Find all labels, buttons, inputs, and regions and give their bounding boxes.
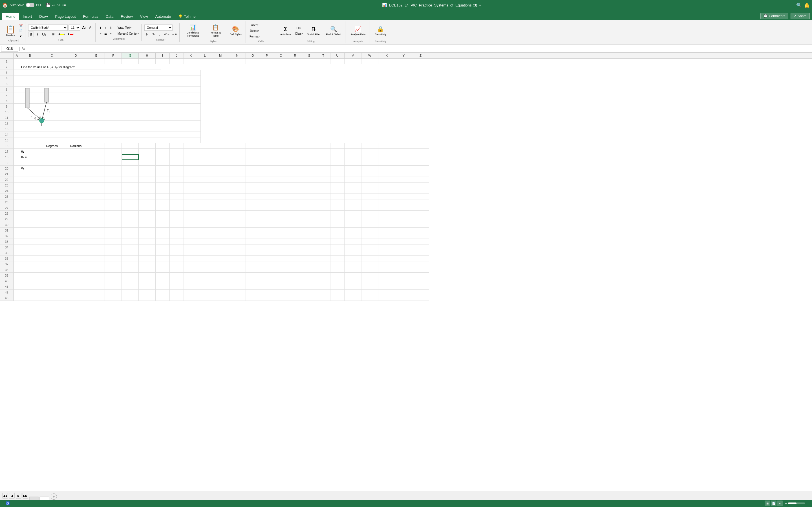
cell-H38[interactable] [139,267,156,273]
cell-K18[interactable] [184,154,198,160]
increase-decimal-button[interactable]: .00→ [163,32,171,37]
cell-F28[interactable] [105,211,122,216]
cell-C16[interactable]: Degrees [40,143,64,149]
cell-K1[interactable] [184,59,198,64]
cell-rest10[interactable] [88,109,201,115]
cell-R16[interactable] [288,143,302,149]
cell-F36[interactable] [105,256,122,262]
cell-P43[interactable] [260,295,274,301]
cell-F22[interactable] [105,177,122,182]
cell-rest9[interactable] [88,104,201,109]
cell-D31[interactable] [64,228,88,233]
cut-button[interactable]: ✂️ [18,23,23,28]
percent-button[interactable]: % [151,32,156,37]
cell-L18[interactable] [198,154,212,160]
cell-D19[interactable] [64,160,88,166]
insert-button[interactable]: Insert▾ [249,22,260,27]
cell-O23[interactable] [246,182,260,188]
cell-S18[interactable] [302,154,316,160]
cell-N31[interactable] [229,228,246,233]
cell-I21[interactable] [156,171,170,177]
cell-M31[interactable] [212,228,229,233]
cell-G40[interactable] [122,278,139,284]
format-as-table-button[interactable]: 📋 Format as Table [205,22,226,39]
cell-V43[interactable] [345,295,361,301]
cell-B16[interactable] [20,143,40,149]
cell-W32[interactable] [361,233,378,239]
cell-D14[interactable] [64,132,88,137]
cell-E1[interactable] [88,59,105,64]
cell-B2[interactable]: Find the values of T1, & T2 for diagram: [20,64,161,70]
tab-nav-right[interactable]: ▶▶ [22,493,28,499]
cell-Z28[interactable] [412,211,429,216]
cell-W31[interactable] [361,228,378,233]
cell-R40[interactable] [288,278,302,284]
col-header-X[interactable]: X [378,53,395,58]
cell-G38[interactable] [122,267,139,273]
cell-J36[interactable] [170,256,184,262]
cell-O40[interactable] [246,278,260,284]
cell-L36[interactable] [198,256,212,262]
cell-V38[interactable] [345,267,361,273]
cell-S41[interactable] [302,284,316,290]
cell-A7[interactable] [13,93,20,98]
cell-M38[interactable] [212,267,229,273]
cell-A21[interactable] [13,171,20,177]
cell-K16[interactable] [184,143,198,149]
tab-view[interactable]: View [137,13,151,20]
undo-icon[interactable]: ↩ [52,3,56,7]
cell-N29[interactable] [229,216,246,222]
cell-Y20[interactable] [395,166,412,171]
cell-F26[interactable] [105,200,122,205]
cell-L19[interactable] [198,160,212,166]
cell-A23[interactable] [13,182,20,188]
row-num-6[interactable]: 6 [0,87,13,93]
cell-E27[interactable] [88,205,105,211]
cell-Y40[interactable] [395,278,412,284]
cell-C22[interactable] [40,177,64,182]
cell-N27[interactable] [229,205,246,211]
cell-D15[interactable] [64,137,88,143]
tab-data[interactable]: Data [102,13,117,20]
cell-J20[interactable] [170,166,184,171]
cell-F38[interactable] [105,267,122,273]
row-num-18[interactable]: 18 [0,154,13,160]
cell-C12[interactable] [40,121,64,126]
cell-W26[interactable] [361,200,378,205]
cell-S30[interactable] [302,222,316,228]
cell-V21[interactable] [345,171,361,177]
cell-O34[interactable] [246,244,260,250]
cell-D25[interactable] [64,194,88,200]
cell-X33[interactable] [378,239,395,244]
align-bottom-button[interactable]: ⬇ [109,25,113,30]
page-layout-view-button[interactable]: 📄 [771,501,776,506]
comments-button[interactable]: 💬 Comments [760,13,788,19]
cell-M24[interactable] [212,188,229,194]
cell-F25[interactable] [105,194,122,200]
col-header-Z[interactable]: Z [412,53,429,58]
font-size-select[interactable]: 11 [68,24,80,31]
cell-S31[interactable] [302,228,316,233]
cell-S35[interactable] [302,250,316,256]
cell-X28[interactable] [378,211,395,216]
cell-I41[interactable] [156,284,170,290]
cell-G41[interactable] [122,284,139,290]
cell-N33[interactable] [229,239,246,244]
cell-B38[interactable] [20,267,40,273]
cell-C29[interactable] [40,216,64,222]
cell-U20[interactable] [331,166,345,171]
cell-L28[interactable] [198,211,212,216]
cell-F31[interactable] [105,228,122,233]
cell-D13[interactable] [64,126,88,132]
cell-L43[interactable] [198,295,212,301]
cell-U35[interactable] [331,250,345,256]
cell-L30[interactable] [198,222,212,228]
row-num-40[interactable]: 40 [0,278,13,284]
cell-U19[interactable] [331,160,345,166]
cell-O19[interactable] [246,160,260,166]
cell-I37[interactable] [156,262,170,267]
cell-A41[interactable] [13,284,20,290]
cell-Q20[interactable] [274,166,288,171]
cell-I19[interactable] [156,160,170,166]
cell-X29[interactable] [378,216,395,222]
